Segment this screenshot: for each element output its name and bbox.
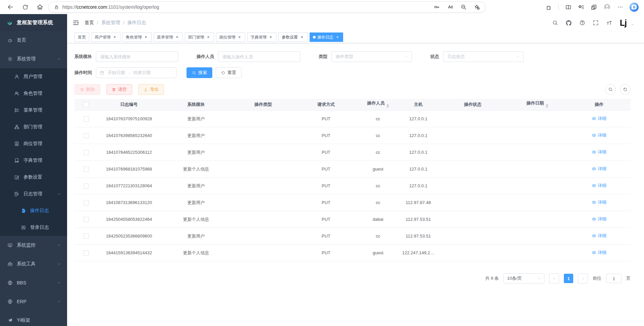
password-key-icon[interactable] [434, 4, 440, 10]
zoom-out-icon[interactable] [461, 4, 467, 10]
fullscreen-icon[interactable] [593, 20, 599, 26]
search-button[interactable]: 搜索 [186, 67, 212, 78]
collections-icon[interactable] [591, 4, 597, 10]
reset-button[interactable]: 重置 [216, 67, 241, 78]
font-size-icon[interactable] [606, 20, 612, 26]
extensions-icon[interactable] [546, 4, 552, 10]
sidebar-item-erp[interactable]: ERP [0, 292, 67, 311]
tab-param-settings[interactable]: 参数设置× [278, 32, 308, 42]
detail-link[interactable]: 详细 [592, 233, 606, 239]
detail-link[interactable]: 详细 [592, 199, 606, 205]
sidebar-item-user-mgmt[interactable]: 用户管理 [0, 68, 67, 85]
detail-link[interactable]: 详细 [592, 183, 606, 189]
column-header-4[interactable]: 操作人员 [358, 99, 398, 111]
close-icon[interactable]: × [112, 35, 117, 40]
delete-button[interactable]: 删除 [74, 84, 100, 95]
tab-menu-mgmt[interactable]: 菜单管理× [154, 32, 183, 42]
row-checkbox[interactable] [84, 116, 89, 122]
add-favorite-icon[interactable] [474, 4, 480, 10]
close-icon[interactable]: × [144, 35, 148, 40]
close-icon[interactable]: × [300, 35, 304, 40]
help-icon[interactable] [579, 20, 585, 26]
status-select[interactable]: 日志状态 [443, 51, 524, 62]
page-number-button[interactable]: 1 [564, 274, 573, 283]
detail-link[interactable]: 详细 [592, 132, 606, 138]
copilot-icon[interactable]: b [630, 3, 639, 12]
sidebar-item-role-mgmt[interactable]: 角色管理 [0, 85, 67, 102]
detail-link[interactable]: 详细 [592, 216, 606, 222]
sort-carets[interactable] [386, 103, 389, 109]
row-checkbox[interactable] [84, 234, 89, 239]
hamburger-icon[interactable] [72, 19, 79, 26]
tab-post-mgmt[interactable]: 岗位管理× [216, 32, 245, 42]
tab-dept-mgmt[interactable]: 部门管理× [185, 32, 214, 42]
search-icon[interactable] [552, 20, 558, 26]
prev-page-button[interactable] [549, 273, 559, 283]
close-icon[interactable]: × [206, 35, 211, 40]
toggle-search-button[interactable] [605, 84, 616, 95]
close-icon[interactable]: × [175, 35, 179, 40]
row-checkbox[interactable] [84, 183, 89, 189]
sidebar-item-yi-framework[interactable]: Yi框架 [0, 311, 67, 326]
goto-page-input[interactable] [606, 274, 622, 283]
github-icon[interactable] [566, 20, 572, 26]
export-button[interactable]: 导出 [138, 84, 164, 95]
clear-button[interactable]: 清空 [106, 84, 132, 95]
close-icon[interactable]: × [237, 35, 242, 40]
app-logo[interactable]: 意框架管理系统 [0, 14, 67, 31]
date-range-picker[interactable]: 开始日期 - 结束日期 [96, 67, 176, 78]
sidebar-item-menu-mgmt[interactable]: 菜单管理 [0, 102, 67, 119]
sidebar-item-bbs[interactable]: BBS [0, 273, 67, 292]
breadcrumb-home[interactable]: 首页 [85, 20, 94, 26]
sidebar-item-system-mgmt[interactable]: 系统管理 [0, 50, 67, 68]
row-checkbox[interactable] [84, 200, 89, 205]
browser-menu-icon[interactable] [617, 4, 623, 10]
sort-carets[interactable] [546, 103, 548, 109]
row-checkbox[interactable] [84, 150, 89, 155]
sidebar-item-oper-log[interactable]: 操作日志 [0, 202, 67, 219]
sidebar-item-dict-mgmt[interactable]: 字典管理 [0, 152, 67, 169]
type-select[interactable]: 操作类型 [331, 51, 412, 62]
detail-link[interactable]: 详细 [592, 116, 606, 122]
row-checkbox[interactable] [84, 250, 89, 256]
sidebar-item-param-settings[interactable]: 参数设置 [0, 169, 67, 186]
next-page-button[interactable] [578, 273, 588, 283]
read-aloud-icon[interactable] [447, 4, 453, 10]
tab-role-mgmt[interactable]: 角色管理× [122, 32, 152, 42]
column-header-7[interactable]: 操作日期 [507, 99, 568, 111]
detail-link[interactable]: 详细 [592, 250, 606, 256]
refresh-table-button[interactable] [620, 84, 631, 95]
lock-icon[interactable] [54, 5, 59, 10]
tab-user-mgmt[interactable]: 用户管理× [91, 32, 120, 42]
split-screen-icon[interactable] [565, 4, 572, 10]
detail-link[interactable]: 详细 [592, 166, 606, 172]
module-input[interactable] [96, 51, 178, 62]
sidebar-item-login-log[interactable]: 登录日志 [0, 219, 67, 236]
sidebar-item-system-monitor[interactable]: 系统监控 [0, 236, 67, 255]
row-checkbox[interactable] [84, 217, 89, 222]
page-size-select[interactable]: 10条/页 [503, 273, 544, 283]
browser-refresh-button[interactable] [20, 2, 30, 12]
row-checkbox[interactable] [84, 167, 89, 172]
tab-dict-mgmt[interactable]: 字典管理× [247, 32, 276, 42]
sidebar-item-log-mgmt[interactable]: 日志管理 [0, 186, 67, 202]
sidebar-item-post-mgmt[interactable]: 岗位管理 [0, 135, 67, 152]
favorites-bar-icon[interactable] [578, 4, 584, 10]
close-icon[interactable]: × [335, 35, 340, 40]
tab-oper-log[interactable]: 操作日志× [310, 32, 343, 42]
tab-home[interactable]: 首页 [74, 32, 89, 42]
address-bar[interactable]: https://ccnetcore.com:1101/system/log/op… [48, 1, 486, 13]
browser-home-button[interactable] [35, 2, 45, 12]
sidebar-item-system-tools[interactable]: 系统工具 [0, 255, 67, 273]
row-checkbox[interactable] [84, 133, 89, 138]
browser-back-button[interactable] [5, 2, 15, 12]
operator-input[interactable] [218, 51, 300, 62]
user-logo[interactable]: Lj [620, 19, 627, 27]
sidebar-item-home[interactable]: 首页 [0, 31, 67, 50]
user-menu-caret-icon[interactable] [631, 22, 635, 26]
close-icon[interactable]: × [268, 35, 273, 40]
select-all-checkbox[interactable] [84, 102, 89, 107]
detail-link[interactable]: 详细 [592, 149, 606, 155]
sidebar-item-dept-mgmt[interactable]: 部门管理 [0, 119, 67, 135]
profile-avatar[interactable] [603, 3, 611, 11]
